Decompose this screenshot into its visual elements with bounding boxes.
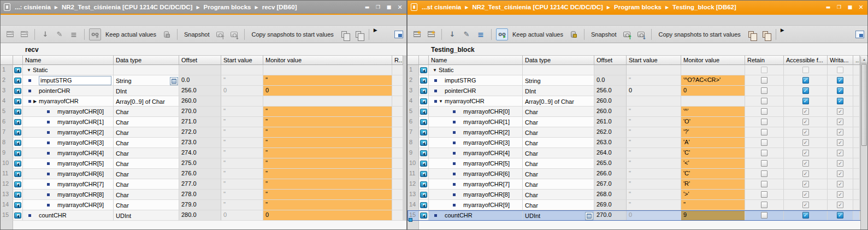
variable-name[interactable]: myarrayofCHR[7]	[463, 181, 510, 187]
name-cell[interactable]: myarrayofCHR[8]	[23, 190, 114, 200]
variable-name[interactable]: countCHR	[445, 212, 473, 219]
variable-name[interactable]: myarrayofCHR[5]	[57, 160, 104, 167]
row-number[interactable]: 8	[1, 138, 13, 148]
restore-icon[interactable]: ❐	[835, 3, 843, 11]
column-header-name[interactable]: Name	[23, 55, 114, 65]
writable-checkbox[interactable]: ✓	[837, 212, 843, 219]
datatype-cell[interactable]: Char	[523, 200, 594, 210]
datatype-cell[interactable]: Char	[114, 179, 179, 190]
row-number[interactable]: 3	[1, 86, 13, 96]
start-value-cell[interactable]: ''	[627, 138, 681, 148]
breadcrumb-item[interactable]: NR2_Test_ciśnienia [CPU 1214C DC/DC/DC]	[62, 4, 192, 10]
browse-button[interactable]	[585, 212, 593, 220]
maximize-icon[interactable]: ■	[385, 3, 393, 11]
retain-checkbox[interactable]	[761, 98, 767, 104]
scrollbar-thumb[interactable]	[861, 64, 867, 146]
variable-name[interactable]: myarrayofCHR[3]	[57, 139, 104, 146]
table-row[interactable]: 15countCHRUDInt270.009✓✓	[408, 210, 867, 221]
name-cell[interactable]: myarrayofCHR[0]	[23, 107, 114, 117]
start-value-cell[interactable]: ''	[221, 117, 263, 127]
table-row[interactable]: 13myarrayofCHR[8]Char278.0''''	[1, 190, 406, 200]
datatype-cell[interactable]: Char	[523, 148, 594, 158]
datatype-cell[interactable]: Char	[114, 117, 179, 127]
variable-name[interactable]: imputSTRG	[445, 77, 476, 84]
vertical-scrollbar[interactable]: ▲	[860, 56, 867, 229]
column-header-start-value[interactable]: Start value	[221, 55, 263, 65]
start-value-cell[interactable]: ''	[221, 138, 263, 148]
variable-name[interactable]: myarrayofCHR[4]	[57, 150, 104, 156]
row-number[interactable]: 11	[1, 169, 13, 179]
row-number[interactable]: 14	[1, 200, 13, 210]
breadcrumb-item[interactable]: ...st cisnienia	[422, 4, 461, 10]
row-number[interactable]: 1	[408, 65, 419, 75]
expand-all-icon[interactable]: ≡	[475, 28, 487, 40]
retain-checkbox[interactable]	[761, 160, 767, 167]
snapshot-create-icon[interactable]: ↓	[228, 28, 240, 40]
name-cell[interactable]: myarrayofCHR[5]	[429, 158, 523, 169]
name-cell[interactable]: ▼Static	[429, 65, 523, 75]
close-icon[interactable]: ✕	[857, 3, 865, 11]
start-value-cell[interactable]: ''	[627, 107, 681, 117]
column-header-name[interactable]: Name	[429, 55, 523, 65]
keep-actual-values-icon[interactable]	[161, 28, 173, 40]
table-row[interactable]: 1▼Static	[1, 65, 406, 75]
table-row[interactable]: 11myarrayofCHR[6]Char276.0''''	[1, 169, 406, 179]
variable-name[interactable]: myarrayofCHR	[39, 98, 79, 104]
datatype-cell[interactable]: Char	[523, 117, 594, 127]
table-row[interactable]: 9myarrayofCHR[4]Char264.0'''C'✓✓	[408, 148, 867, 158]
column-header[interactable]	[1, 55, 13, 65]
name-cell[interactable]: pointerCHR	[23, 86, 114, 96]
name-cell[interactable]: myarrayofCHR[6]	[429, 169, 523, 179]
table-row[interactable]: 3pointerCHRDInt256.000✓✓	[408, 86, 867, 96]
variable-name[interactable]: myarrayofCHR[1]	[57, 119, 104, 125]
start-value-cell[interactable]: 0	[627, 210, 681, 221]
breadcrumb-item[interactable]: recv [DB60]	[262, 4, 297, 10]
column-header[interactable]	[408, 55, 419, 65]
breadcrumb-item[interactable]: Testing_block [DB62]	[672, 4, 736, 10]
table-row[interactable]: 2imputSTRGString0.0''''	[1, 75, 406, 86]
row-number[interactable]: 5	[408, 107, 419, 117]
modify-values-icon[interactable]: ✎	[54, 28, 66, 40]
row-number[interactable]: 7	[1, 127, 13, 138]
keep-actual-values-icon[interactable]	[568, 28, 580, 40]
datatype-cell[interactable]: Array[0..9] of Char	[114, 96, 179, 107]
name-cell[interactable]: myarrayofCHR[5]	[23, 158, 114, 169]
datatype-cell[interactable]: Char	[114, 138, 179, 148]
start-value-cell[interactable]: ''	[221, 190, 263, 200]
accessible-checkbox[interactable]: ✓	[802, 98, 809, 104]
column-header-monitor-value[interactable]: Monitor value	[263, 55, 392, 65]
start-value-cell[interactable]: ''	[627, 158, 681, 169]
name-cell[interactable]: myarrayofCHR[1]	[23, 117, 114, 127]
start-value-cell[interactable]: ''	[627, 117, 681, 127]
variable-name[interactable]: myarrayofCHR[0]	[57, 108, 104, 115]
start-value-cell[interactable]: 0	[221, 86, 263, 96]
name-cell[interactable]: countCHR	[23, 210, 114, 221]
column-header-offset[interactable]: Offset	[179, 55, 221, 65]
start-value-cell[interactable]: ''	[221, 127, 263, 138]
variable-name[interactable]: myarrayofCHR[4]	[463, 150, 510, 156]
breadcrumb-item[interactable]: ...: cisnienia	[15, 4, 51, 10]
snapshot-create-icon[interactable]: ↓	[635, 28, 647, 40]
row-number[interactable]: 12	[408, 179, 419, 190]
maximize-icon[interactable]: ■	[846, 3, 854, 11]
row-number[interactable]: 4	[408, 96, 419, 107]
variable-name[interactable]: myarrayofCHR[9]	[57, 202, 104, 208]
datatype-cell[interactable]: Char	[114, 200, 179, 210]
name-cell[interactable]: myarrayofCHR[2]	[23, 127, 114, 138]
retain-checkbox[interactable]	[761, 119, 767, 125]
row-number[interactable]: 9	[408, 148, 419, 158]
name-cell[interactable]: ▶myarrayofCHR	[23, 96, 114, 107]
row-number[interactable]: 3	[408, 86, 419, 96]
expander-expand-icon[interactable]: ▶	[31, 99, 39, 104]
writable-checkbox[interactable]: ✓	[837, 98, 843, 104]
name-cell[interactable]: myarrayofCHR[8]	[429, 190, 523, 200]
table-row[interactable]: 12myarrayofCHR[7]Char267.0'''R'✓✓	[408, 179, 867, 190]
column-header-monitor-value[interactable]: Monitor value	[681, 55, 745, 65]
overflow-arrow-icon[interactable]: ▶	[374, 27, 377, 33]
retain-checkbox[interactable]	[761, 212, 767, 219]
variable-name[interactable]: Static	[439, 67, 454, 73]
column-header[interactable]	[419, 55, 429, 65]
start-value-cell[interactable]: ''	[627, 179, 681, 190]
detail-view-icon[interactable]	[394, 31, 403, 38]
start-value-cell[interactable]: ''	[627, 75, 681, 86]
